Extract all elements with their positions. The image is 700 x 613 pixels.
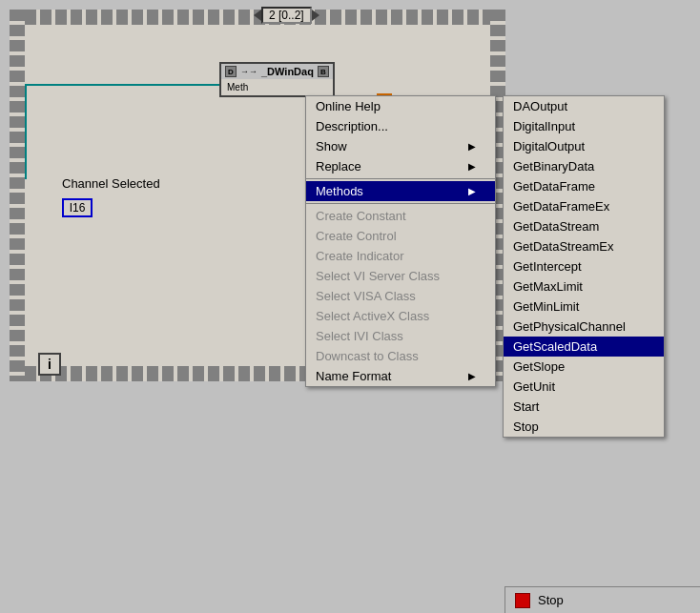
teal-wire-top	[25, 84, 225, 86]
diagram-area: 2 [0..2] D →→ _DWinDaq B Meth Channel Se…	[0, 0, 700, 613]
terminal-left: Meth	[227, 82, 248, 92]
node-icon-right: B	[318, 66, 329, 77]
menu-item-description[interactable]: Description...	[306, 116, 495, 136]
menu-item-name-format[interactable]: Name Format ▶	[306, 366, 495, 386]
methods-submenu[interactable]: DAOutput DigitalInput DigitalOutput GetB…	[503, 95, 665, 438]
loop-counter-box: 2 [0..2]	[261, 7, 312, 24]
method-get-data-stream[interactable]: GetDataStream	[504, 216, 664, 236]
menu-item-create-control[interactable]: Create Control	[306, 226, 495, 246]
menu-item-replace[interactable]: Replace ▶	[306, 156, 495, 176]
dwindaq-node[interactable]: D →→ _DWinDaq B Meth	[219, 62, 335, 97]
menu-item-online-help[interactable]: Online Help	[306, 96, 495, 116]
method-get-data-stream-ex[interactable]: GetDataStreamEx	[504, 236, 664, 256]
method-get-data-frame[interactable]: GetDataFrame	[504, 176, 664, 196]
node-name: _DWinDaq	[261, 66, 314, 77]
submenu-arrow-show: ▶	[468, 141, 476, 152]
loop-index-display: 2 [0..2]	[254, 7, 319, 24]
submenu-arrow-methods: ▶	[468, 186, 476, 196]
method-get-min-limit[interactable]: GetMinLimit	[504, 296, 664, 317]
menu-item-show[interactable]: Show ▶	[306, 136, 495, 156]
menu-item-select-visa[interactable]: Select VISA Class	[306, 286, 495, 306]
context-menu[interactable]: Online Help Description... Show ▶ Replac…	[305, 95, 496, 387]
increment-arrow[interactable]	[312, 10, 319, 21]
arrow-symbol: →→	[240, 67, 257, 76]
menu-item-select-vi-server[interactable]: Select VI Server Class	[306, 266, 495, 286]
method-get-physical-channel[interactable]: GetPhysicalChannel	[504, 317, 664, 337]
method-get-intercept[interactable]: GetIntercept	[504, 256, 664, 276]
submenu-arrow-name-format: ▶	[468, 371, 476, 381]
method-get-scaled-data[interactable]: GetScaledData	[504, 337, 664, 357]
menu-item-select-ivi[interactable]: Select IVI Class	[306, 326, 495, 346]
method-get-unit[interactable]: GetUnit	[504, 377, 664, 397]
stop-button-label: Stop	[538, 593, 564, 607]
separator-1	[306, 178, 495, 179]
submenu-arrow-replace: ▶	[468, 161, 476, 172]
separator-2	[306, 203, 495, 204]
method-daoutput[interactable]: DAOutput	[504, 96, 664, 116]
method-get-binary-data[interactable]: GetBinaryData	[504, 156, 664, 176]
film-strip-left	[10, 10, 25, 381]
channel-label: Channel Selected	[62, 176, 160, 191]
method-start[interactable]: Start	[504, 397, 664, 417]
menu-item-create-constant[interactable]: Create Constant	[306, 206, 495, 226]
method-get-slope[interactable]: GetSlope	[504, 357, 664, 377]
menu-item-downcast[interactable]: Downcast to Class	[306, 346, 495, 366]
method-get-max-limit[interactable]: GetMaxLimit	[504, 276, 664, 296]
stop-icon	[515, 593, 530, 608]
method-get-data-frame-ex[interactable]: GetDataFrameEx	[504, 196, 664, 216]
method-stop[interactable]: Stop	[504, 417, 664, 437]
menu-item-create-indicator[interactable]: Create Indicator	[306, 246, 495, 266]
method-digital-input[interactable]: DigitalInput	[504, 116, 664, 136]
info-icon[interactable]: i	[38, 353, 61, 376]
teal-wire-left	[25, 84, 27, 179]
stop-button[interactable]: Stop	[504, 586, 700, 613]
menu-item-methods[interactable]: Methods ▶	[306, 181, 495, 201]
menu-item-select-activex[interactable]: Select ActiveX Class	[306, 306, 495, 326]
node-terminals: Meth	[227, 81, 327, 93]
node-icon: D	[225, 66, 237, 77]
method-digital-output[interactable]: DigitalOutput	[504, 136, 664, 156]
decrement-arrow[interactable]	[254, 10, 261, 21]
channel-indicator[interactable]: I16	[62, 198, 93, 217]
